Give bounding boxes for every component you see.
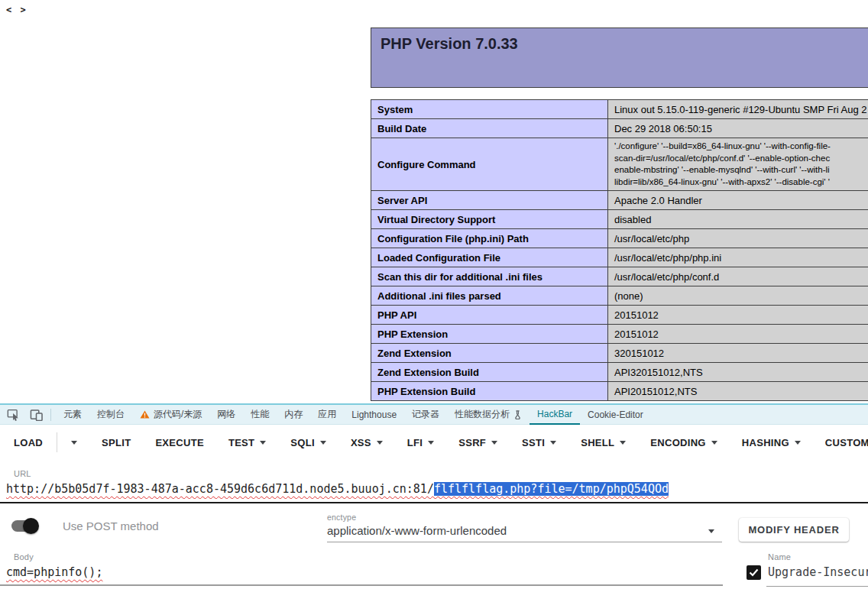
row-label: PHP Extension [371, 325, 608, 344]
phpinfo-table: System Linux out 5.15.0-119-generic #129… [371, 99, 868, 401]
post-method-row: Use POST method [11, 519, 159, 532]
tab-memory[interactable]: 内存 [277, 405, 310, 425]
body-input[interactable]: cmd=phpinfo(); [6, 565, 717, 584]
url-input[interactable]: http://b5b05d7f-1983-487a-acc8-459d6c6d7… [6, 482, 868, 499]
tab-elements[interactable]: 元素 [56, 405, 89, 425]
phpinfo-header: PHP Version 7.0.33 [371, 28, 868, 88]
toggle-knob [23, 518, 39, 534]
row-label: PHP API [371, 306, 608, 325]
shell-menu[interactable]: SHELL [581, 437, 626, 448]
chevron-down-icon [428, 441, 434, 445]
row-value: /usr/local/etc/php/conf.d [608, 267, 868, 286]
header-enabled-checkbox[interactable] [747, 565, 761, 580]
configure-command-line: enable-mbstring' '--enable-mysqlnd' '--w… [614, 164, 868, 176]
enctype-value: application/x-www-form-urlencoded [327, 524, 507, 537]
row-label: Zend Extension Build [371, 363, 608, 382]
row-value: API20151012,NTS [608, 382, 868, 401]
header-name-input[interactable]: Upgrade-Insecur [768, 565, 868, 579]
ssti-menu[interactable]: SSTI [522, 437, 556, 448]
table-row: Scan this dir for additional .ini files … [371, 267, 868, 286]
flask-icon [513, 410, 522, 419]
use-post-toggle[interactable] [11, 520, 37, 532]
tab-network[interactable]: 网络 [209, 405, 243, 425]
chevron-down-icon [795, 441, 801, 445]
tab-performance-insights[interactable]: 性能数据分析 [447, 405, 530, 425]
row-value: 20151012 [608, 325, 868, 344]
checkmark-icon [749, 568, 759, 577]
inspect-element-icon[interactable] [3, 406, 23, 423]
table-row: PHP API 20151012 [371, 306, 868, 325]
sqli-menu[interactable]: SQLI [290, 437, 326, 448]
table-row: Configuration File (php.ini) Path /usr/l… [371, 229, 868, 248]
load-dropdown-button[interactable] [71, 441, 77, 445]
chevron-down-icon [71, 441, 77, 445]
table-row: Additional .ini files parsed (none) [371, 286, 868, 306]
chevron-down-icon [711, 441, 717, 445]
table-row: Virtual Directory Support disabled [371, 210, 868, 229]
lfi-menu[interactable]: LFI [407, 437, 434, 448]
url-input-underline [0, 502, 868, 503]
row-label: Virtual Directory Support [371, 210, 608, 229]
body-text: cmd=phpinfo(); [6, 565, 102, 579]
chevron-down-icon [620, 441, 626, 445]
tab-performance[interactable]: 性能 [243, 405, 277, 425]
screen: < > PHP Version 7.0.33 System Linux out … [0, 0, 868, 589]
table-row: Zend Extension 320151012 [371, 344, 868, 363]
hackbar-menu: LOAD SPLIT EXECUTE TEST SQLI XSS LFI SSR… [14, 432, 868, 452]
ssrf-menu[interactable]: SSRF [458, 437, 497, 448]
row-value: (none) [608, 286, 868, 306]
row-value: Dec 29 2018 06:50:15 [608, 119, 868, 138]
use-post-label: Use POST method [63, 519, 159, 532]
toolbar-divider [50, 409, 51, 421]
row-label: Zend Extension [371, 344, 608, 363]
hashing-menu[interactable]: HASHING [742, 437, 801, 448]
row-label: Build Date [371, 119, 608, 138]
page-title: PHP Version 7.0.33 [381, 35, 868, 53]
encoding-menu[interactable]: ENCODING [650, 437, 717, 448]
tab-sources[interactable]: 源代码/来源 [132, 405, 209, 425]
table-row: Configure Command './configure' '--build… [371, 138, 868, 191]
row-label: Configuration File (php.ini) Path [371, 229, 608, 248]
test-menu[interactable]: TEST [228, 437, 266, 448]
tab-hackbar[interactable]: HackBar [530, 405, 580, 425]
table-row: Loaded Configuration File /usr/local/etc… [371, 248, 868, 267]
modify-header-button[interactable]: MODIFY HEADER [739, 518, 849, 542]
row-label: Loaded Configuration File [371, 248, 608, 267]
configure-command-line: './configure' '--build=x86_64-linux-gnu'… [614, 141, 868, 153]
enctype-select[interactable]: enctype application/x-www-form-urlencode… [327, 513, 722, 543]
browser-page-content: < > PHP Version 7.0.33 System Linux out … [0, 0, 868, 403]
tab-application[interactable]: 应用 [310, 405, 344, 425]
chevron-down-icon [260, 441, 266, 445]
devtools-panel: 元素 控制台 源代码/来源 网络 性能 内存 应用 Lighthouse 记录器… [0, 403, 868, 589]
body-input-underline [0, 584, 723, 586]
chevron-down-icon [550, 441, 556, 445]
execute-button[interactable]: EXECUTE [155, 437, 204, 448]
row-value: './configure' '--build=x86_64-linux-gnu'… [608, 138, 868, 191]
tab-console[interactable]: 控制台 [89, 405, 132, 425]
row-label: Scan this dir for additional .ini files [371, 267, 608, 286]
table-row: PHP Extension Build API20151012,NTS [371, 382, 868, 401]
row-value: Apache 2.0 Handler [608, 191, 868, 210]
body-field-label: Body [14, 552, 34, 561]
row-value: /usr/local/etc/php/php.ini [608, 248, 868, 267]
tab-recorder[interactable]: 记录器 [404, 405, 447, 425]
chevron-down-icon [320, 441, 326, 445]
load-button[interactable]: LOAD [14, 437, 43, 448]
table-row: Build Date Dec 29 2018 06:50:15 [371, 119, 868, 138]
header-name-underline [766, 586, 868, 587]
device-toolbar-icon[interactable] [26, 406, 46, 423]
devtools-tabbar: 元素 控制台 源代码/来源 网络 性能 内存 应用 Lighthouse 记录器… [0, 405, 868, 425]
menu-divider [57, 432, 57, 452]
warning-icon [140, 410, 150, 419]
row-label: Additional .ini files parsed [371, 286, 608, 306]
split-button[interactable]: SPLIT [102, 437, 131, 448]
row-value: 320151012 [608, 344, 868, 363]
custom-menu[interactable]: CUSTOM [825, 437, 868, 448]
tab-lighthouse[interactable]: Lighthouse [344, 405, 404, 425]
row-value: 20151012 [608, 306, 868, 325]
url-text: http://b5b05d7f-1983-487a-acc8-459d6c6d7… [6, 482, 434, 496]
url-selected-text: flflflflag.php?file=/tmp/phpQ54QOd [434, 482, 669, 496]
xss-menu[interactable]: XSS [351, 437, 383, 448]
tab-cookie-editor[interactable]: Cookie-Editor [580, 405, 651, 425]
table-row: PHP Extension 20151012 [371, 325, 868, 344]
